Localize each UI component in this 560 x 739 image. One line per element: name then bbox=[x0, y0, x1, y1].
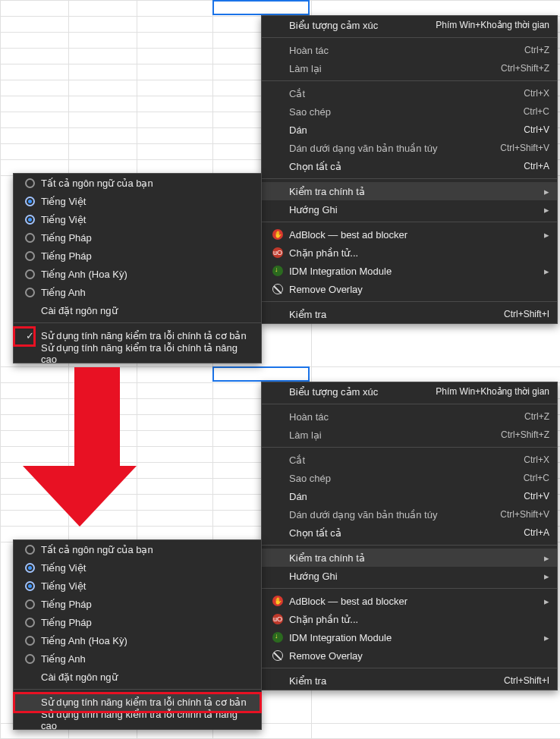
submenu-fr-1[interactable]: Tiếng Pháp bbox=[14, 228, 261, 247]
radio-unchecked-icon bbox=[25, 654, 35, 664]
menu-item-block-element[interactable]: uOChặn phần tử... bbox=[262, 244, 557, 262]
radio-unchecked-icon bbox=[25, 251, 35, 261]
menu-item-remove-overlay[interactable]: Remove Overlay bbox=[262, 646, 557, 665]
highlight-basic-spellcheck-box bbox=[13, 692, 262, 713]
submenu-fr-1[interactable]: Tiếng Pháp bbox=[14, 595, 261, 613]
menu-item-copy[interactable]: Sao chépCtrl+C bbox=[262, 102, 557, 121]
radio-unchecked-icon bbox=[25, 269, 35, 279]
red-arrow-down bbox=[57, 367, 137, 527]
menu-item-select-all[interactable]: Chọn tất cảCtrl+A bbox=[262, 157, 557, 175]
menu-item-cut[interactable]: CắtCtrl+X bbox=[262, 84, 557, 102]
radio-unchecked-icon bbox=[25, 178, 35, 188]
submenu-fr-2[interactable]: Tiếng Pháp bbox=[14, 247, 261, 265]
submenu-all-languages[interactable]: Tất cả ngôn ngữ của bạn bbox=[14, 540, 261, 558]
menu-item-undo[interactable]: Hoàn tácCtrl+Z bbox=[262, 41, 557, 59]
radio-unchecked-icon bbox=[25, 288, 35, 297]
selected-cell-top[interactable] bbox=[212, 0, 310, 15]
submenu-viet-1[interactable]: Tiếng Việt bbox=[14, 558, 261, 577]
remove-overlay-icon bbox=[272, 650, 283, 661]
menu-item-writing-direction[interactable]: Hướng Ghi▸ bbox=[262, 567, 557, 585]
menu-item-copy[interactable]: Sao chépCtrl+C bbox=[262, 469, 557, 487]
radio-checked-icon bbox=[25, 581, 35, 591]
menu-item-spellcheck[interactable]: Kiểm tra chính tả▸ bbox=[262, 182, 557, 200]
chevron-right-icon: ▸ bbox=[544, 186, 549, 197]
submenu-advanced-spellcheck[interactable]: Sử dụng tính năng kiểm tra lỗi chính tả … bbox=[14, 344, 261, 363]
submenu-en[interactable]: Tiếng Anh bbox=[14, 649, 261, 668]
menu-item-paste-plain[interactable]: Dán dưới dạng văn bản thuần túyCtrl+Shif… bbox=[262, 505, 557, 524]
menu-item-idm[interactable]: IDM Integration Module▸ bbox=[262, 628, 557, 646]
submenu-en[interactable]: Tiếng Anh bbox=[14, 283, 261, 301]
submenu-lang-settings[interactable]: Cài đặt ngôn ngữ bbox=[14, 668, 261, 686]
chevron-right-icon: ▸ bbox=[544, 229, 549, 241]
adblock-icon: ✋ bbox=[272, 229, 283, 240]
menu-item-writing-direction[interactable]: Hướng Ghi▸ bbox=[262, 200, 557, 219]
chevron-right-icon: ▸ bbox=[544, 571, 549, 582]
chevron-right-icon: ▸ bbox=[544, 266, 549, 277]
context-menu-bottom: Biểu tượng cảm xúcPhím Win+Khoảng thời g… bbox=[261, 382, 558, 690]
submenu-fr-2[interactable]: Tiếng Pháp bbox=[14, 613, 261, 631]
menu-item-cut[interactable]: CắtCtrl+X bbox=[262, 451, 557, 469]
menu-item-spellcheck[interactable]: Kiểm tra chính tả▸ bbox=[262, 549, 557, 567]
chevron-right-icon: ▸ bbox=[544, 204, 549, 215]
submenu-lang-settings[interactable]: Cài đặt ngôn ngữ bbox=[14, 301, 261, 319]
idm-icon bbox=[272, 632, 283, 643]
radio-unchecked-icon bbox=[25, 618, 35, 627]
remove-overlay-icon bbox=[272, 284, 283, 294]
menu-item-paste[interactable]: DánCtrl+V bbox=[262, 487, 557, 505]
chevron-right-icon: ▸ bbox=[544, 552, 549, 564]
menu-item-select-all[interactable]: Chọn tất cảCtrl+A bbox=[262, 524, 557, 542]
menu-item-remove-overlay[interactable]: Remove Overlay bbox=[262, 280, 557, 298]
menu-item-emoji[interactable]: Biểu tượng cảm xúcPhím Win+Khoảng thời g… bbox=[262, 382, 557, 401]
submenu-all-languages[interactable]: Tất cả ngôn ngữ của bạn bbox=[14, 174, 261, 192]
submenu-viet-1[interactable]: Tiếng Việt bbox=[14, 192, 261, 210]
menu-item-inspect[interactable]: Kiểm traCtrl+Shift+I bbox=[262, 671, 557, 690]
idm-icon bbox=[272, 266, 283, 276]
menu-item-paste[interactable]: DánCtrl+V bbox=[262, 121, 557, 139]
menu-item-redo[interactable]: Làm lạiCtrl+Shift+Z bbox=[262, 59, 557, 77]
menu-item-idm[interactable]: IDM Integration Module▸ bbox=[262, 262, 557, 280]
radio-unchecked-icon bbox=[25, 233, 35, 243]
chevron-right-icon: ▸ bbox=[544, 632, 549, 643]
menu-item-undo[interactable]: Hoàn tácCtrl+Z bbox=[262, 407, 557, 426]
radio-checked-icon bbox=[25, 215, 35, 225]
menu-item-adblock[interactable]: ✋AdBlock — best ad blocker▸ bbox=[262, 225, 557, 244]
submenu-en-us[interactable]: Tiếng Anh (Hoa Kỳ) bbox=[14, 265, 261, 283]
ublock-icon: uO bbox=[272, 247, 283, 258]
chevron-right-icon: ▸ bbox=[544, 596, 549, 607]
menu-item-block-element[interactable]: uOChặn phần tử... bbox=[262, 610, 557, 628]
radio-unchecked-icon bbox=[25, 599, 35, 609]
submenu-viet-2[interactable]: Tiếng Việt bbox=[14, 577, 261, 595]
radio-checked-icon bbox=[25, 563, 35, 573]
radio-unchecked-icon bbox=[25, 636, 35, 646]
adblock-icon: ✋ bbox=[272, 596, 283, 606]
spellcheck-submenu-top: Tất cả ngôn ngữ của bạn Tiếng Việt Tiếng… bbox=[13, 173, 262, 363]
submenu-en-us[interactable]: Tiếng Anh (Hoa Kỳ) bbox=[14, 631, 261, 649]
submenu-viet-2[interactable]: Tiếng Việt bbox=[14, 210, 261, 228]
submenu-advanced-spellcheck[interactable]: Sử dụng tính năng kiểm tra lỗi chính tả … bbox=[14, 711, 261, 729]
radio-checked-icon bbox=[25, 197, 35, 206]
menu-item-inspect[interactable]: Kiểm traCtrl+Shift+I bbox=[262, 305, 557, 323]
ublock-icon: uO bbox=[272, 614, 283, 624]
context-menu-top: Biểu tượng cảm xúcPhím Win+Khoảng thời g… bbox=[261, 15, 558, 324]
menu-item-adblock[interactable]: ✋AdBlock — best ad blocker▸ bbox=[262, 592, 557, 610]
radio-unchecked-icon bbox=[25, 545, 35, 555]
selected-cell-bottom[interactable] bbox=[212, 366, 310, 382]
menu-item-paste-plain[interactable]: Dán dưới dạng văn bản thuần túyCtrl+Shif… bbox=[262, 139, 557, 157]
highlight-checkmark-box bbox=[13, 326, 36, 347]
menu-item-redo[interactable]: Làm lạiCtrl+Shift+Z bbox=[262, 426, 557, 444]
menu-item-emoji[interactable]: Biểu tượng cảm xúcPhím Win+Khoảng thời g… bbox=[262, 16, 557, 34]
